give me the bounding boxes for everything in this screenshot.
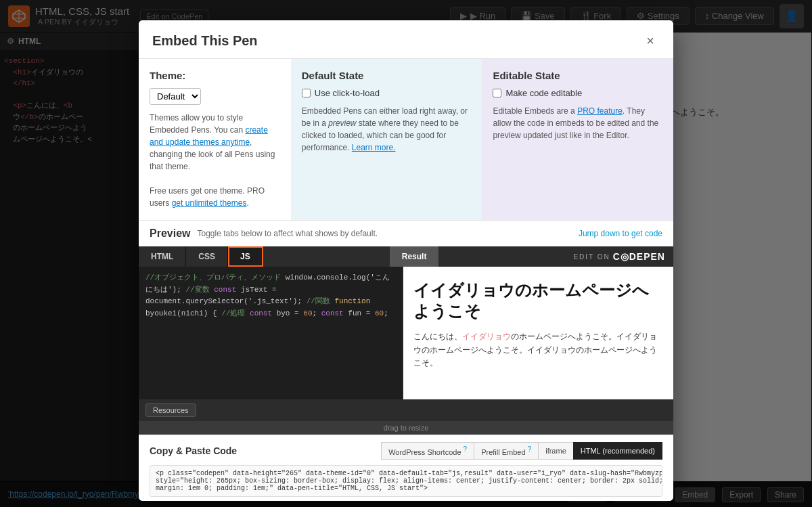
embed-tab-js[interactable]: JS <box>228 246 263 267</box>
embed-result-heading: イイダリョウのホームページへようこそ <box>413 280 664 322</box>
wordpress-tab[interactable]: WordPress Shortcode ? <box>381 442 474 460</box>
embed-result-body: こんにちは、イイダリョウのホームページへようこそ。イイダリョウのホームページへよ… <box>413 330 664 370</box>
jump-to-code-link[interactable]: Jump down to get code <box>579 229 662 238</box>
codepen-logo: C◎DEPEN <box>613 251 665 262</box>
embed-preview: //オブジェクト、プロパティ、メソッド window.console.log('… <box>139 267 673 399</box>
editable-desc: Editable Embeds are a PRO feature. They … <box>493 105 662 141</box>
embed-code-side[interactable]: //オブジェクト、プロパティ、メソッド window.console.log('… <box>139 267 403 399</box>
create-themes-link[interactable]: create and update themes anytime <box>150 125 268 147</box>
copy-code-line1: <p class="codepen" data-height="265" dat… <box>156 470 656 477</box>
embed-tabs: HTML CSS JS Result EDIT ON C◎DEPEN <box>139 246 673 267</box>
copy-paste-section: Copy & Paste Code WordPress Shortcode ? … <box>139 435 673 501</box>
embed-result-side: イイダリョウのホームページへようこそ こんにちは、イイダリョウのホームページへよ… <box>403 267 674 399</box>
click-to-load-label: Use click-to-load <box>315 88 380 98</box>
copy-code-line3: margin: 1em 0; padding: 1em;" data-pen-t… <box>156 485 656 492</box>
copy-paste-title: Copy & Paste Code <box>150 445 237 456</box>
pro-feature-link[interactable]: PRO feature <box>577 106 623 116</box>
iframe-tab[interactable]: iframe <box>538 442 573 460</box>
editable-checkbox[interactable] <box>493 89 501 97</box>
unlimited-themes-link[interactable]: get unlimited themes <box>172 198 247 208</box>
click-to-load-checkbox[interactable] <box>302 89 311 97</box>
help-icon-prefill: ? <box>528 445 532 453</box>
embed-tab-css[interactable]: CSS <box>186 246 228 267</box>
html-recommended-tab[interactable]: HTML (recommended) <box>573 442 662 460</box>
resources-button[interactable]: Resources <box>145 403 196 417</box>
theme-heading: Theme: <box>150 70 280 81</box>
click-to-load-row: Use click-to-load <box>302 88 472 98</box>
editable-row: Make code editable <box>493 88 662 98</box>
default-state-desc: Embedded Pens can either load right away… <box>302 105 472 154</box>
help-icon-wp: ? <box>464 445 468 453</box>
preview-subtitle: Toggle tabs below to affect what shows b… <box>197 229 571 238</box>
resources-bar: Resources <box>139 399 673 421</box>
editable-state-heading: Editable State <box>493 70 662 81</box>
code-type-tabs: WordPress Shortcode ? Prefill Embed ? if… <box>381 442 662 460</box>
embed-result-link: イイダリョウ <box>462 332 511 341</box>
drag-bar[interactable]: drag to resize <box>139 421 673 435</box>
default-state-heading: Default State <box>302 70 472 81</box>
theme-select[interactable]: Default <box>150 88 201 105</box>
edit-on-label: EDIT ON <box>573 253 610 261</box>
codepen-edit-badge: EDIT ON C◎DEPEN <box>565 246 673 267</box>
embed-modal: Embed This Pen × Theme: Default Themes a… <box>139 20 673 501</box>
theme-select-wrap: Default <box>150 88 280 105</box>
copy-code-line2: style="height: 265px; box-sizing: border… <box>156 477 656 485</box>
modal-overlay[interactable]: Embed This Pen × Theme: Default Themes a… <box>0 0 812 507</box>
modal-columns: Theme: Default Themes allow you to style… <box>139 59 673 220</box>
copy-paste-header: Copy & Paste Code WordPress Shortcode ? … <box>150 442 662 460</box>
editable-state-column: Editable State Make code editable Editab… <box>482 59 673 220</box>
learn-more-link[interactable]: Learn more. <box>352 143 396 152</box>
modal-title: Embed This Pen <box>152 33 258 49</box>
theme-description: Themes allow you to style Embedded Pens.… <box>150 112 280 209</box>
embed-tab-result[interactable]: Result <box>390 246 439 267</box>
preview-title: Preview <box>150 227 190 240</box>
modal-header: Embed This Pen × <box>139 20 673 59</box>
editable-label: Make code editable <box>505 88 582 98</box>
preview-bar: Preview Toggle tabs below to affect what… <box>139 220 673 246</box>
embed-tab-html[interactable]: HTML <box>139 246 186 267</box>
default-state-column: Default State Use click-to-load Embedded… <box>291 59 482 220</box>
theme-column: Theme: Default Themes allow you to style… <box>139 59 291 220</box>
prefill-tab[interactable]: Prefill Embed ? <box>474 442 538 460</box>
copy-code-box[interactable]: <p class="codepen" data-height="265" dat… <box>150 465 662 497</box>
modal-close-button[interactable]: × <box>641 31 660 50</box>
